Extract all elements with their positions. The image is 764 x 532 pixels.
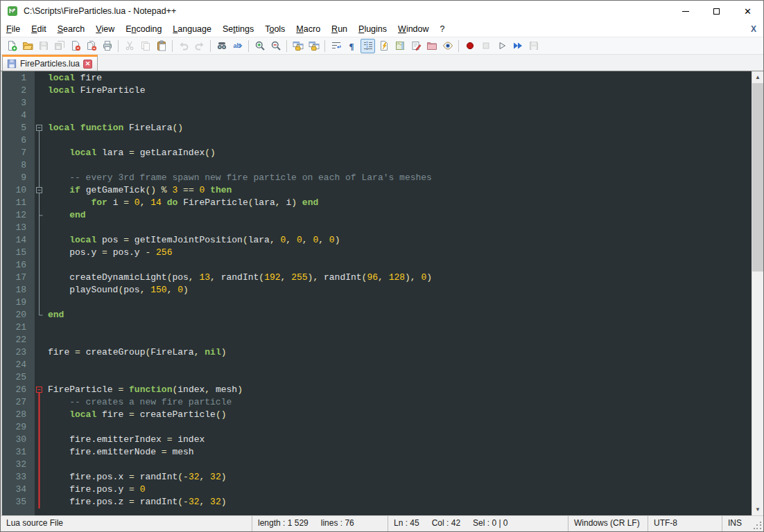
code-line[interactable]: 21 [2,321,752,334]
find-icon[interactable] [214,39,229,53]
line-number[interactable]: 2 [2,85,35,97]
code-line[interactable]: 19 [2,296,752,309]
line-number[interactable]: 25 [2,371,35,384]
line-number[interactable]: 28 [2,409,35,421]
line-number[interactable]: 32 [2,459,35,471]
code-line[interactable]: 31 fire.emitterNode = mesh [2,446,752,459]
line-number[interactable]: 14 [2,234,35,247]
fold-toggle-icon[interactable] [35,122,44,134]
code-text[interactable]: local pos = getItemJointPosition(lara, 0… [44,234,340,247]
code-line[interactable]: 1local fire [2,72,752,85]
line-number[interactable]: 30 [2,434,35,446]
minimize-button[interactable] [670,1,701,21]
show-indent-guide-icon[interactable] [361,39,375,53]
code-line[interactable]: 28 local fire = createParticle() [2,409,752,421]
status-encoding[interactable]: UTF-8 [648,516,722,531]
line-number[interactable]: 29 [2,421,35,434]
code-line[interactable]: 35 fire.pos.z = randInt(-32, 32) [2,496,752,508]
fold-toggle-icon[interactable] [35,384,44,396]
line-number[interactable]: 8 [2,159,35,172]
code-text[interactable]: end [44,309,64,321]
code-text[interactable]: local fire = createParticle() [44,409,227,421]
code-line[interactable]: 17 createDynamicLight(pos, 13, randInt(1… [2,272,752,284]
code-line[interactable]: 2local FireParticle [2,85,752,97]
code-line[interactable]: 32 [2,459,752,471]
line-number[interactable]: 12 [2,209,35,222]
code-text[interactable]: fire.pos.z = randInt(-32, 32) [44,496,227,508]
code-line[interactable]: 24 [2,359,752,371]
monitoring-icon[interactable] [440,39,455,53]
code-line[interactable]: 8 [2,159,752,172]
scroll-up-arrow-icon[interactable]: ▲ [752,71,763,83]
tab-close-icon[interactable]: ✕ [83,60,92,69]
folder-as-workspace-icon[interactable] [424,39,439,53]
menu-settings[interactable]: Settings [217,21,259,37]
code-text[interactable]: local function FireLara() [44,122,183,134]
code-editor[interactable]: 1local fire2local FireParticle345local f… [1,71,763,515]
close-document-x-button[interactable]: X [744,24,763,34]
function-list-icon[interactable] [376,39,391,53]
code-line[interactable]: 12 end [2,209,752,222]
menu-encoding[interactable]: Encoding [120,21,167,37]
line-number[interactable]: 23 [2,346,35,359]
line-number[interactable]: 3 [2,97,35,109]
document-map-icon[interactable] [392,39,407,53]
vertical-scrollbar[interactable]: ▲ ▼ [752,71,763,515]
code-text[interactable] [44,334,48,346]
code-line[interactable]: 33 fire.pos.x = randInt(-32, 32) [2,471,752,484]
code-text[interactable] [44,321,48,334]
sync-scroll-vertical-icon[interactable] [290,39,305,53]
menu-tools[interactable]: Tools [259,21,290,37]
menu-help[interactable]: ? [435,21,451,37]
line-number[interactable]: 5 [2,122,35,134]
macro-record-icon[interactable] [462,39,477,53]
line-number[interactable]: 18 [2,284,35,296]
new-file-icon[interactable] [4,39,19,53]
code-text[interactable] [44,359,48,371]
code-line[interactable]: 3 [2,97,752,109]
code-text[interactable]: pos.y = pos.y - 256 [44,247,172,259]
macro-run-multiple-icon[interactable] [510,39,525,53]
line-number[interactable]: 19 [2,296,35,309]
menu-run[interactable]: Run [326,21,353,37]
code-line[interactable]: 22 [2,334,752,346]
zoom-in-icon[interactable] [252,39,267,53]
close-button[interactable]: ✕ [732,1,763,21]
code-line[interactable]: 26FireParticle = function(index, mesh) [2,384,752,396]
line-number[interactable]: 11 [2,197,35,209]
close-file-icon[interactable] [68,39,83,53]
code-line[interactable]: 34 fire.pos.y = 0 [2,484,752,496]
line-number[interactable]: 31 [2,446,35,459]
code-text[interactable]: local fire [44,72,102,85]
code-text[interactable] [44,259,48,272]
status-eol-format[interactable]: Windows (CR LF) [568,516,648,531]
code-text[interactable]: for i = 0, 14 do FireParticle(lara, i) e… [44,197,318,209]
show-all-characters-icon[interactable]: ¶ [345,39,359,53]
code-line[interactable]: 23fire = createGroup(FireLara, nil) [2,346,752,359]
line-number[interactable]: 13 [2,222,35,234]
zoom-out-icon[interactable] [268,39,283,53]
fold-toggle-icon[interactable] [35,184,44,197]
line-number[interactable]: 6 [2,134,35,147]
menu-file[interactable]: File [1,21,26,37]
line-number[interactable]: 33 [2,471,35,484]
status-insert-mode[interactable]: INS [722,516,763,531]
code-text[interactable]: FireParticle = function(index, mesh) [44,384,243,396]
code-line[interactable]: 9 -- every 3rd frame spawn new fire part… [2,172,752,184]
menu-search[interactable]: Search [52,21,91,37]
code-line[interactable]: 5local function FireLara() [2,122,752,134]
code-text[interactable] [44,134,48,147]
code-line[interactable]: 10 if getGameTick() % 3 == 0 then [2,184,752,197]
code-line[interactable]: 30 fire.emitterIndex = index [2,434,752,446]
code-text[interactable] [44,97,48,109]
menu-view[interactable]: View [90,21,120,37]
code-line[interactable]: 4 [2,109,752,122]
code-text[interactable]: createDynamicLight(pos, 13, randInt(192,… [44,272,432,284]
line-number[interactable]: 34 [2,484,35,496]
code-line[interactable]: 16 [2,259,752,272]
line-number[interactable]: 10 [2,184,35,197]
code-line[interactable]: 18 playSound(pos, 150, 0) [2,284,752,296]
code-line[interactable]: 6 [2,134,752,147]
code-text[interactable] [44,109,48,122]
line-number[interactable]: 16 [2,259,35,272]
